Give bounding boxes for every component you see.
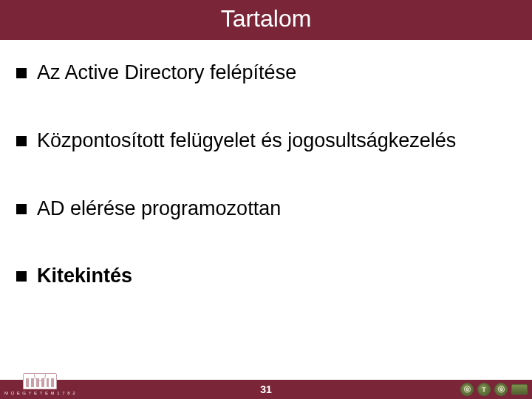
bullet-icon: [16, 68, 27, 78]
building-icon: [23, 373, 57, 389]
badge-icon: ⓔ: [460, 383, 474, 396]
university-logo: M Ű E G Y E T E M 1 7 8 2: [4, 373, 76, 395]
badge-icon: T: [477, 383, 491, 396]
slide-title: Tartalom: [221, 5, 312, 33]
list-item: AD elérése programozottan: [16, 197, 516, 222]
title-bar: Tartalom: [0, 0, 532, 40]
bullet-text: Központosított felügyelet és jogosultság…: [37, 129, 456, 154]
badge-icon: ⓔ: [494, 383, 508, 396]
list-item: Kitekintés: [16, 264, 516, 289]
bullet-icon: [16, 204, 27, 214]
footer-bar: 31: [0, 380, 532, 399]
list-item: Központosított felügyelet és jogosultság…: [16, 129, 516, 154]
bullet-icon: [16, 136, 27, 146]
content-area: Az Active Directory felépítése Központos…: [0, 40, 532, 399]
bullet-text: AD elérése programozottan: [37, 197, 281, 222]
badge-icon: [511, 384, 528, 395]
bullet-text: Kitekintés: [37, 264, 132, 289]
footer-badges: ⓔ T ⓔ: [460, 383, 528, 396]
page-number: 31: [260, 383, 272, 395]
logo-label: M Ű E G Y E T E M 1 7 8 2: [4, 391, 76, 395]
slide: Tartalom Az Active Directory felépítése …: [0, 0, 532, 399]
list-item: Az Active Directory felépítése: [16, 61, 516, 86]
bullet-icon: [16, 271, 27, 282]
bullet-text: Az Active Directory felépítése: [37, 61, 296, 86]
